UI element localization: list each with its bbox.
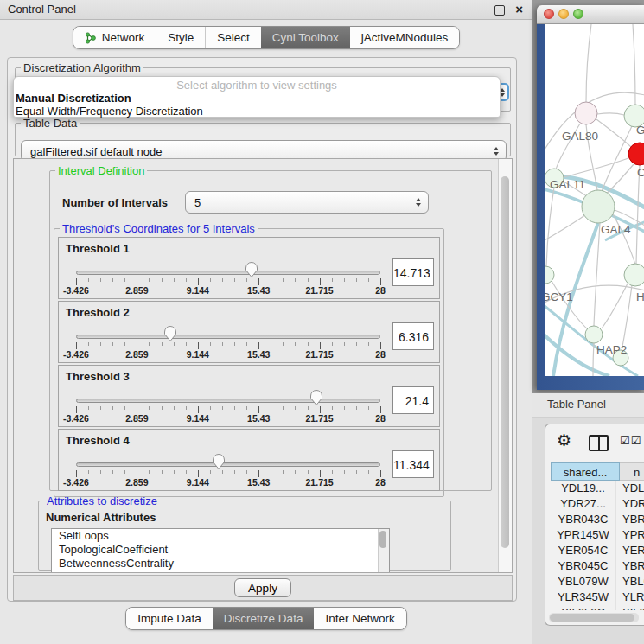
- table-row[interactable]: YLR345WYLR3: [551, 590, 644, 605]
- table-panel-title: Table Panel: [547, 398, 606, 411]
- split-view-icon[interactable]: [589, 435, 609, 451]
- network-edge: [596, 119, 632, 148]
- threshold-3-value-field[interactable]: 21.4: [392, 386, 434, 414]
- tick-label: -3.426: [63, 477, 89, 488]
- list-item-betweennesscentrality[interactable]: BetweennessCentrality: [52, 557, 389, 571]
- tick-label: 9.144: [187, 413, 209, 424]
- settings-scrollbar-thumb[interactable]: [501, 176, 509, 548]
- tab-impute-data[interactable]: Impute Data: [126, 608, 213, 629]
- tab-jactivemnodules[interactable]: jActiveMNodules: [350, 27, 460, 48]
- tick-label: 15.43: [247, 413, 270, 424]
- list-item-topologicalcoefficient[interactable]: TopologicalCoefficient: [52, 543, 389, 557]
- threshold-1-value-field[interactable]: 14.713: [392, 258, 434, 286]
- settings-scrollbar[interactable]: [498, 159, 512, 572]
- node-label-hap2: HAP2: [596, 343, 627, 356]
- network-tab-icon: [85, 32, 97, 44]
- threshold-2-slider-thumb[interactable]: [163, 325, 177, 342]
- threshold-2-value-field[interactable]: 6.316: [392, 322, 434, 350]
- settings-scrollpane: Interval Definition Number of Intervals …: [13, 158, 513, 573]
- table-row[interactable]: YIL052CYIL0: [551, 605, 644, 610]
- tab-style[interactable]: Style: [156, 27, 205, 48]
- threshold-3-slider-track[interactable]: [76, 399, 380, 403]
- attributes-legend: Attributes to discretize: [44, 494, 160, 507]
- slider-ticks: [76, 470, 381, 477]
- interval-definition-group: Interval Definition Number of Intervals …: [49, 164, 492, 491]
- top-tab-bar: Network Style Select Cyni Toolbox jActiv…: [0, 26, 532, 49]
- apply-button[interactable]: Apply: [234, 578, 291, 597]
- table-header: shared... n: [551, 462, 644, 481]
- threshold-2-label: Threshold 2: [66, 306, 130, 319]
- network-canvas[interactable]: GAL80 GA GAL11 C GAL4 GCY1 H HAP2: [545, 24, 644, 376]
- num-intervals-combo[interactable]: 5: [185, 191, 429, 214]
- close-traffic-light-icon[interactable]: [544, 9, 554, 19]
- table-row[interactable]: YDL19...YDL1: [551, 481, 644, 496]
- network-node-selected-red[interactable]: [628, 143, 644, 165]
- tab-cyni-toolbox[interactable]: Cyni Toolbox: [261, 27, 350, 48]
- threshold-4-slider-track[interactable]: [76, 462, 380, 467]
- table-row[interactable]: YBR045CYBR0: [551, 558, 644, 574]
- network-node-hap2[interactable]: [585, 326, 603, 343]
- network-edge: [586, 24, 591, 102]
- table-row[interactable]: YBR043CYBR0: [551, 512, 644, 527]
- threshold-1-panel: Threshold 1 -3.426 2.859 9.144 15.43 21.…: [58, 237, 440, 299]
- list-scrollbar-thumb[interactable]: [379, 531, 386, 548]
- node-label-gal11: GAL11: [550, 178, 585, 191]
- column-header-name[interactable]: n: [620, 462, 644, 481]
- numerical-attributes-label: Numerical Attributes: [46, 511, 156, 524]
- combo-arrows-icon: [494, 147, 499, 156]
- control-panel-titlebar: Control Panel ×: [0, 0, 532, 20]
- table-row[interactable]: YPR145WYPR1: [551, 527, 644, 543]
- threshold-1-slider-track[interactable]: [76, 271, 380, 275]
- network-window-titlebar[interactable]: [537, 5, 644, 24]
- interval-definition-legend: Interval Definition: [55, 164, 147, 177]
- tab-network[interactable]: Network: [73, 27, 156, 48]
- threshold-2-slider-track[interactable]: [76, 335, 380, 339]
- node-label-partial-h: H: [636, 290, 644, 303]
- dropdown-option-manual[interactable]: Manual Discretization: [14, 92, 500, 105]
- tick-label: 28: [375, 349, 386, 360]
- num-intervals-label: Number of Intervals: [62, 196, 168, 209]
- threshold-3-slider-thumb[interactable]: [309, 389, 323, 406]
- threshold-3-label: Threshold 3: [66, 370, 130, 383]
- tick-label: -3.426: [63, 285, 89, 296]
- numerical-attributes-list: SelfLoops TopologicalCoefficient Between…: [51, 528, 390, 573]
- threshold-4-slider-thumb[interactable]: [212, 453, 226, 470]
- discretization-algorithm-legend: Discretization Algorithm: [21, 61, 143, 74]
- attributes-group: Attributes to discretize Numerical Attri…: [38, 494, 451, 571]
- threshold-4-value-field[interactable]: 11.344: [392, 450, 434, 478]
- close-icon[interactable]: ×: [515, 1, 523, 18]
- list-item-selfloops[interactable]: SelfLoops: [52, 529, 389, 543]
- dropdown-placeholder: Select algorithm to view settings: [14, 79, 500, 92]
- tick-label: 2.859: [125, 477, 148, 488]
- tab-infer-network[interactable]: Infer Network: [314, 608, 405, 629]
- list-scrollbar[interactable]: [378, 529, 389, 573]
- network-window-frame: GAL80 GA GAL11 C GAL4 GCY1 H HAP2: [537, 24, 644, 390]
- network-node-partial-h[interactable]: [624, 264, 644, 286]
- network-edge: [602, 284, 628, 328]
- tab-discretize-data[interactable]: Discretize Data: [213, 608, 315, 629]
- table-horizontal-scrollbar-thumb[interactable]: [550, 614, 634, 622]
- network-node-gal80[interactable]: [575, 102, 597, 124]
- float-window-icon[interactable]: [494, 5, 505, 16]
- checkbox-icons[interactable]: ☑☑: [620, 434, 641, 447]
- gear-icon[interactable]: ⚙: [557, 430, 571, 450]
- zoom-traffic-light-icon[interactable]: [573, 9, 583, 19]
- tab-select[interactable]: Select: [205, 27, 261, 48]
- algorithm-dropdown-popup: Select algorithm to view settings Manual…: [13, 76, 501, 118]
- minimize-traffic-light-icon[interactable]: [558, 9, 569, 19]
- table-row[interactable]: YDR27...YDR2: [551, 496, 644, 512]
- table-row[interactable]: YBL079WYBL0: [551, 574, 644, 590]
- threshold-1-slider-thumb[interactable]: [245, 261, 258, 278]
- tick-label: 21.715: [306, 477, 334, 488]
- tick-label: -3.426: [63, 413, 89, 424]
- dropdown-option-equal-width[interactable]: Equal Width/Frequency Discretization: [14, 105, 500, 118]
- table-horizontal-scrollbar[interactable]: [549, 613, 639, 622]
- num-intervals-value: 5: [194, 196, 201, 209]
- cyni-toolbox-panel: Discretization Algorithm Select algorith…: [7, 57, 517, 602]
- table-row[interactable]: YER054CYER0: [551, 543, 644, 558]
- network-node-gcy1[interactable]: [545, 266, 554, 284]
- column-header-shared-name[interactable]: shared...: [551, 462, 620, 481]
- network-node-gal4[interactable]: [582, 190, 615, 223]
- slider-ticks: [76, 342, 381, 349]
- node-label-gal80: GAL80: [562, 130, 598, 143]
